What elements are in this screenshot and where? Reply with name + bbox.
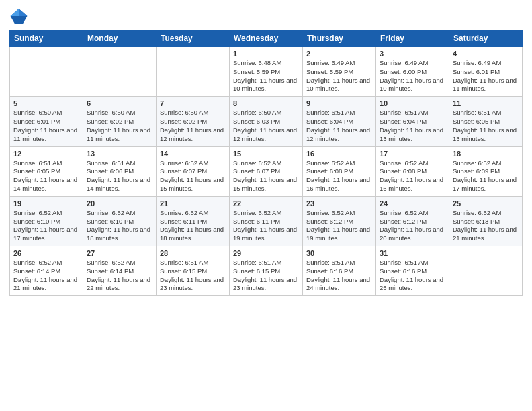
day-info: Sunrise: 6:51 AM Sunset: 6:05 PM Dayligh… [13, 159, 79, 193]
day-cell: 2Sunrise: 6:49 AM Sunset: 5:59 PM Daylig… [303, 47, 376, 97]
week-row-4: 19Sunrise: 6:52 AM Sunset: 6:10 PM Dayli… [10, 196, 523, 246]
day-cell: 8Sunrise: 6:50 AM Sunset: 6:03 PM Daylig… [230, 97, 303, 146]
day-cell: 1Sunrise: 6:48 AM Sunset: 5:59 PM Daylig… [230, 47, 303, 97]
day-cell: 15Sunrise: 6:52 AM Sunset: 6:07 PM Dayli… [230, 146, 303, 196]
day-info: Sunrise: 6:51 AM Sunset: 6:04 PM Dayligh… [380, 109, 445, 143]
day-cell: 19Sunrise: 6:52 AM Sunset: 6:10 PM Dayli… [10, 196, 83, 246]
calendar-table: SundayMondayTuesdayWednesdayThursdayFrid… [9, 30, 523, 296]
day-number: 15 [233, 150, 299, 158]
day-number: 30 [306, 249, 372, 257]
day-cell: 20Sunrise: 6:52 AM Sunset: 6:10 PM Dayli… [83, 196, 157, 246]
day-cell: 10Sunrise: 6:51 AM Sunset: 6:04 PM Dayli… [376, 97, 449, 146]
day-cell: 18Sunrise: 6:52 AM Sunset: 6:09 PM Dayli… [449, 146, 523, 196]
day-number: 23 [306, 199, 372, 208]
day-info: Sunrise: 6:52 AM Sunset: 6:10 PM Dayligh… [87, 209, 152, 243]
day-number: 10 [380, 99, 445, 107]
day-number: 17 [380, 150, 445, 158]
day-info: Sunrise: 6:52 AM Sunset: 6:14 PM Dayligh… [13, 259, 79, 293]
day-cell: 28Sunrise: 6:51 AM Sunset: 6:15 PM Dayli… [157, 246, 230, 296]
svg-marker-2 [11, 9, 19, 16]
header [9, 7, 523, 26]
weekday-header-thursday: Thursday [303, 30, 376, 47]
day-cell: 30Sunrise: 6:51 AM Sunset: 6:16 PM Dayli… [303, 246, 376, 296]
day-number: 3 [380, 50, 445, 58]
day-cell: 23Sunrise: 6:52 AM Sunset: 6:12 PM Dayli… [303, 196, 376, 246]
day-cell: 5Sunrise: 6:50 AM Sunset: 6:01 PM Daylig… [10, 97, 83, 146]
day-number: 19 [13, 199, 79, 208]
weekday-header-row: SundayMondayTuesdayWednesdayThursdayFrid… [10, 30, 523, 47]
day-cell: 9Sunrise: 6:51 AM Sunset: 6:04 PM Daylig… [303, 97, 376, 146]
day-number: 29 [233, 249, 299, 257]
day-cell: 31Sunrise: 6:51 AM Sunset: 6:16 PM Dayli… [376, 246, 449, 296]
day-number: 13 [87, 150, 152, 158]
day-number: 24 [380, 199, 445, 208]
day-cell: 22Sunrise: 6:52 AM Sunset: 6:11 PM Dayli… [230, 196, 303, 246]
day-info: Sunrise: 6:52 AM Sunset: 6:07 PM Dayligh… [160, 159, 226, 193]
weekday-header-saturday: Saturday [449, 30, 523, 47]
day-number: 5 [13, 99, 79, 107]
day-number: 25 [453, 199, 519, 208]
day-cell: 12Sunrise: 6:51 AM Sunset: 6:05 PM Dayli… [10, 146, 83, 196]
day-info: Sunrise: 6:52 AM Sunset: 6:09 PM Dayligh… [453, 159, 519, 193]
day-cell [157, 47, 230, 97]
day-number: 9 [306, 99, 372, 107]
logo [9, 7, 31, 26]
day-info: Sunrise: 6:52 AM Sunset: 6:12 PM Dayligh… [306, 209, 372, 243]
day-number: 2 [306, 50, 372, 58]
day-info: Sunrise: 6:50 AM Sunset: 6:02 PM Dayligh… [87, 109, 152, 143]
day-number: 21 [160, 199, 226, 208]
day-cell: 13Sunrise: 6:51 AM Sunset: 6:06 PM Dayli… [83, 146, 157, 196]
day-info: Sunrise: 6:52 AM Sunset: 6:14 PM Dayligh… [87, 259, 152, 293]
day-number: 16 [306, 150, 372, 158]
day-info: Sunrise: 6:52 AM Sunset: 6:10 PM Dayligh… [13, 209, 79, 243]
day-cell: 24Sunrise: 6:52 AM Sunset: 6:12 PM Dayli… [376, 196, 449, 246]
day-cell: 11Sunrise: 6:51 AM Sunset: 6:05 PM Dayli… [449, 97, 523, 146]
day-cell: 25Sunrise: 6:52 AM Sunset: 6:13 PM Dayli… [449, 196, 523, 246]
day-info: Sunrise: 6:52 AM Sunset: 6:07 PM Dayligh… [233, 159, 299, 193]
day-cell: 29Sunrise: 6:51 AM Sunset: 6:15 PM Dayli… [230, 246, 303, 296]
day-number: 28 [160, 249, 226, 257]
day-info: Sunrise: 6:49 AM Sunset: 5:59 PM Dayligh… [306, 59, 372, 93]
day-info: Sunrise: 6:50 AM Sunset: 6:02 PM Dayligh… [160, 109, 226, 143]
day-number: 22 [233, 199, 299, 208]
svg-marker-1 [19, 9, 27, 16]
day-info: Sunrise: 6:50 AM Sunset: 6:01 PM Dayligh… [13, 109, 79, 143]
day-number: 31 [380, 249, 445, 257]
weekday-header-sunday: Sunday [10, 30, 83, 47]
day-number: 4 [453, 50, 519, 58]
day-info: Sunrise: 6:52 AM Sunset: 6:11 PM Dayligh… [160, 209, 226, 243]
day-number: 14 [160, 150, 226, 158]
day-cell: 21Sunrise: 6:52 AM Sunset: 6:11 PM Dayli… [157, 196, 230, 246]
day-info: Sunrise: 6:51 AM Sunset: 6:16 PM Dayligh… [306, 259, 372, 293]
day-cell: 27Sunrise: 6:52 AM Sunset: 6:14 PM Dayli… [83, 246, 157, 296]
day-info: Sunrise: 6:52 AM Sunset: 6:13 PM Dayligh… [453, 209, 519, 243]
day-info: Sunrise: 6:52 AM Sunset: 6:08 PM Dayligh… [380, 159, 445, 193]
day-cell: 4Sunrise: 6:49 AM Sunset: 6:01 PM Daylig… [449, 47, 523, 97]
day-cell: 6Sunrise: 6:50 AM Sunset: 6:02 PM Daylig… [83, 97, 157, 146]
day-info: Sunrise: 6:51 AM Sunset: 6:15 PM Dayligh… [160, 259, 226, 293]
logo-icon [9, 7, 28, 26]
weekday-header-wednesday: Wednesday [230, 30, 303, 47]
day-number: 6 [87, 99, 152, 107]
weekday-header-monday: Monday [83, 30, 157, 47]
day-info: Sunrise: 6:52 AM Sunset: 6:08 PM Dayligh… [306, 159, 372, 193]
day-number: 7 [160, 99, 226, 107]
day-cell: 26Sunrise: 6:52 AM Sunset: 6:14 PM Dayli… [10, 246, 83, 296]
day-info: Sunrise: 6:51 AM Sunset: 6:05 PM Dayligh… [453, 109, 519, 143]
day-info: Sunrise: 6:51 AM Sunset: 6:04 PM Dayligh… [306, 109, 372, 143]
day-number: 1 [233, 50, 299, 58]
day-cell [449, 246, 523, 296]
day-number: 11 [453, 99, 519, 107]
day-info: Sunrise: 6:51 AM Sunset: 6:06 PM Dayligh… [87, 159, 152, 193]
day-cell: 7Sunrise: 6:50 AM Sunset: 6:02 PM Daylig… [157, 97, 230, 146]
week-row-2: 5Sunrise: 6:50 AM Sunset: 6:01 PM Daylig… [10, 97, 523, 146]
day-cell: 14Sunrise: 6:52 AM Sunset: 6:07 PM Dayli… [157, 146, 230, 196]
day-cell: 16Sunrise: 6:52 AM Sunset: 6:08 PM Dayli… [303, 146, 376, 196]
day-info: Sunrise: 6:51 AM Sunset: 6:15 PM Dayligh… [233, 259, 299, 293]
day-cell [83, 47, 157, 97]
weekday-header-friday: Friday [376, 30, 449, 47]
day-number: 8 [233, 99, 299, 107]
day-info: Sunrise: 6:49 AM Sunset: 6:00 PM Dayligh… [380, 59, 445, 93]
day-info: Sunrise: 6:48 AM Sunset: 5:59 PM Dayligh… [233, 59, 299, 93]
day-info: Sunrise: 6:52 AM Sunset: 6:11 PM Dayligh… [233, 209, 299, 243]
